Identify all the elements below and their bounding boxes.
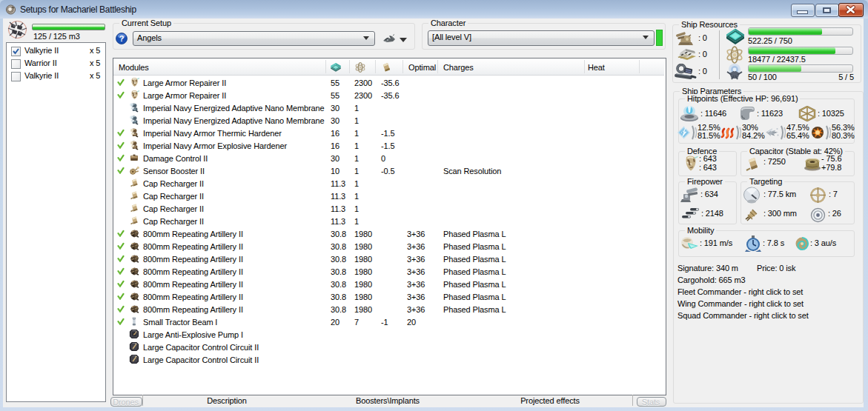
svg-text:?: ? [119,34,125,43]
